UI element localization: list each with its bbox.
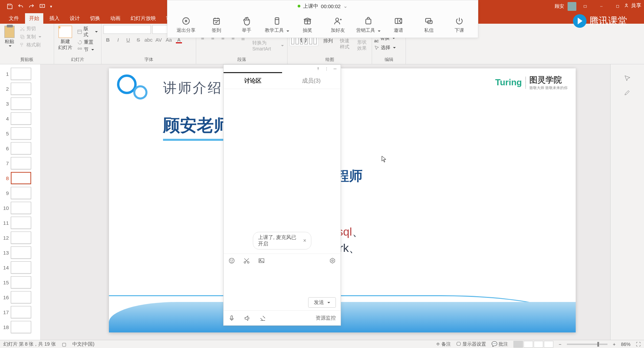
tool-invite[interactable]: 邀请 bbox=[386, 17, 411, 34]
chat-textarea[interactable] bbox=[224, 267, 341, 295]
thumbnail-5[interactable]: 5 bbox=[0, 126, 40, 141]
minimize-icon[interactable] bbox=[594, 0, 609, 13]
thumbnail-7[interactable]: 7 bbox=[0, 156, 40, 171]
undo-icon[interactable] bbox=[18, 3, 24, 9]
tab-slideshow[interactable]: 幻灯片放映 bbox=[127, 13, 160, 24]
slide-canvas[interactable]: 讲师介绍 顾安老师 开发工程师 牌讲师 py、mysql、 ramework、 … bbox=[109, 68, 576, 332]
thumbnail-10[interactable]: 10 bbox=[0, 200, 40, 215]
tab-discuss[interactable]: 讨论区 bbox=[224, 73, 282, 89]
tool-marketing[interactable]: 营销工具 bbox=[355, 17, 381, 34]
zoom-level[interactable]: 86% bbox=[621, 342, 630, 347]
bold-button[interactable]: B bbox=[104, 35, 112, 44]
tool-exit-share[interactable]: 退出分享 bbox=[173, 17, 199, 34]
send-button[interactable]: 发送 bbox=[308, 297, 336, 308]
thumbnail-2[interactable]: 2 bbox=[0, 81, 40, 96]
sorter-view-button[interactable] bbox=[524, 341, 533, 348]
tool-raise-hand[interactable]: 举手 bbox=[234, 17, 259, 34]
image-icon[interactable] bbox=[258, 257, 265, 264]
send-options-icon[interactable] bbox=[327, 302, 330, 303]
redo-icon[interactable] bbox=[28, 3, 34, 9]
slideshow-from-start-icon[interactable] bbox=[39, 3, 45, 9]
tool-checkin[interactable]: 签到 bbox=[204, 17, 229, 34]
display-settings-button[interactable]: 🖵 显示器设置 bbox=[456, 341, 486, 347]
smartart-button[interactable]: 转换为 SmartArt bbox=[251, 39, 285, 52]
tab-design[interactable]: 设计 bbox=[66, 13, 84, 24]
new-slide-button[interactable]: 新建 幻灯片 bbox=[56, 25, 74, 51]
emoji-icon[interactable] bbox=[228, 257, 235, 264]
shadow-button[interactable]: abc bbox=[144, 35, 153, 44]
thumbnail-1[interactable]: 1 bbox=[0, 66, 40, 81]
thumbnail-6[interactable]: 6 bbox=[0, 141, 40, 156]
pin-icon[interactable] bbox=[316, 67, 320, 71]
thumbnail-11[interactable]: 11 bbox=[0, 215, 40, 230]
notes-button[interactable]: ≑ 备注 bbox=[436, 341, 451, 347]
section-button[interactable]: 节 bbox=[76, 46, 99, 53]
tool-lottery[interactable]: 抽奖 bbox=[295, 17, 320, 34]
tab-file[interactable]: 文件 bbox=[5, 13, 23, 24]
more-icon[interactable] bbox=[324, 67, 329, 71]
reset-button[interactable]: 重置 bbox=[76, 39, 99, 46]
tab-animations[interactable]: 动画 bbox=[106, 13, 124, 24]
signal-icon[interactable] bbox=[259, 315, 266, 322]
tab-insert[interactable]: 插入 bbox=[45, 13, 64, 24]
spell-check-icon[interactable]: ▢ bbox=[62, 342, 66, 347]
avatar[interactable] bbox=[568, 2, 576, 11]
language[interactable]: 中文(中国) bbox=[72, 341, 94, 347]
thumbnail-8[interactable]: 8 bbox=[0, 171, 40, 186]
save-icon[interactable] bbox=[7, 3, 13, 9]
mic-icon[interactable] bbox=[228, 315, 235, 322]
copy-button[interactable]: 复制 bbox=[18, 33, 43, 41]
thumbnail-13[interactable]: 13 bbox=[0, 245, 40, 260]
qat-more-icon[interactable]: ▾ bbox=[50, 4, 52, 9]
chevron-down-icon[interactable]: ⌄ bbox=[343, 3, 348, 9]
pointer-tool-icon[interactable] bbox=[624, 74, 631, 82]
maximize-icon[interactable] bbox=[610, 0, 625, 13]
toast-close-icon[interactable]: × bbox=[303, 238, 306, 244]
italic-button[interactable]: I bbox=[114, 35, 122, 44]
tab-members[interactable]: 成员(3) bbox=[282, 73, 341, 89]
ribbon-display-options-icon[interactable] bbox=[578, 0, 593, 13]
char-spacing-button[interactable]: AV bbox=[154, 35, 163, 44]
settings-hex-icon[interactable] bbox=[329, 257, 336, 264]
slide-thumbnails[interactable]: 123456789101112131415161718 bbox=[0, 64, 41, 340]
strike-button[interactable]: S bbox=[134, 35, 143, 44]
select-button[interactable]: 选择 bbox=[374, 44, 404, 51]
slide-counter[interactable]: 幻灯片 第 8 张，共 19 张 bbox=[3, 341, 56, 347]
speaker-icon[interactable] bbox=[244, 315, 251, 322]
comments-button[interactable]: 💬 批注 bbox=[491, 341, 508, 347]
tool-dm[interactable]: 私信 bbox=[416, 17, 442, 34]
reading-view-button[interactable] bbox=[534, 341, 543, 348]
thumbnail-17[interactable]: 17 bbox=[0, 305, 40, 320]
tool-teach-tools[interactable]: 教学工具 bbox=[264, 17, 290, 34]
font-size-combo[interactable] bbox=[152, 25, 169, 34]
slideshow-view-button[interactable] bbox=[544, 341, 553, 348]
thumbnail-12[interactable]: 12 bbox=[0, 230, 40, 245]
fit-to-window-button[interactable]: ⛶ bbox=[636, 342, 641, 347]
tool-add-friend[interactable]: 加好友 bbox=[325, 17, 351, 34]
thumbnail-18[interactable]: 18 bbox=[0, 320, 40, 334]
thumbnail-3[interactable]: 3 bbox=[0, 96, 40, 111]
tab-home[interactable]: 开始 bbox=[25, 13, 43, 24]
tab-transitions[interactable]: 切换 bbox=[86, 13, 104, 24]
layout-button[interactable]: 版式 bbox=[76, 25, 99, 39]
thumbnail-15[interactable]: 15 bbox=[0, 275, 40, 290]
class-status[interactable]: 上课中 00:00:02 ⌄ bbox=[167, 0, 478, 12]
zoom-out-button[interactable]: − bbox=[559, 342, 561, 347]
font-family-combo[interactable] bbox=[104, 25, 151, 34]
zoom-in-button[interactable]: + bbox=[613, 342, 616, 347]
normal-view-button[interactable] bbox=[513, 341, 523, 348]
cut-button[interactable]: 剪切 bbox=[18, 25, 43, 32]
zoom-slider[interactable] bbox=[567, 344, 607, 345]
pen-tool-icon[interactable] bbox=[624, 89, 631, 96]
thumbnail-9[interactable]: 9 bbox=[0, 186, 40, 200]
share-button[interactable]: 共享 bbox=[624, 0, 641, 11]
resource-monitor[interactable]: 资源监控 bbox=[316, 315, 336, 321]
thumbnail-14[interactable]: 14 bbox=[0, 260, 40, 275]
minimize-panel-icon[interactable] bbox=[333, 67, 337, 71]
thumbnail-4[interactable]: 4 bbox=[0, 111, 40, 126]
underline-button[interactable]: U bbox=[124, 35, 133, 44]
scissors-icon[interactable] bbox=[243, 257, 250, 264]
thumbnail-16[interactable]: 16 bbox=[0, 290, 40, 305]
tool-end-class[interactable]: 下课 bbox=[446, 17, 472, 34]
format-painter-button[interactable]: 格式刷 bbox=[18, 41, 43, 49]
